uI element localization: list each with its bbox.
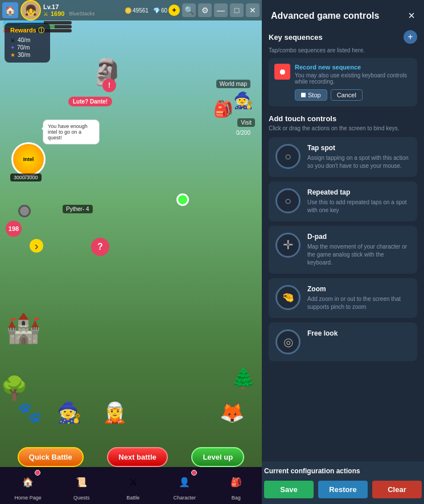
- avatar: 👧: [20, 0, 41, 20]
- free-look-title: Free look: [307, 329, 410, 337]
- free-look-icon-wrap: ◎: [275, 329, 300, 354]
- player-gems: 60: [161, 7, 167, 14]
- progress-counter: 0/200: [236, 130, 250, 136]
- character-icon: 👤: [179, 477, 190, 488]
- battle-icon-wrap: ⚔: [122, 471, 145, 494]
- bag-icon: 🎒: [230, 477, 242, 488]
- nav-item-character[interactable]: 👤 Character: [173, 471, 196, 501]
- tap-spot-icon: ○: [285, 150, 291, 163]
- config-title: Current configuration actions: [264, 467, 422, 475]
- repeated-tap-card[interactable]: ○ Repeated tap Use this to add repeated …: [269, 181, 417, 221]
- nav-item-quests[interactable]: 📜 Quests: [70, 471, 93, 501]
- nav-item-homepage[interactable]: 🏠 Home Page: [14, 471, 42, 501]
- homepage-dot: [35, 470, 40, 476]
- lute-badge: Lute? Dante!: [68, 97, 112, 106]
- record-text-area: Record new sequence You may also use exi…: [295, 64, 411, 101]
- dpad-info: D-pad Map the movement of your character…: [307, 233, 410, 267]
- battle-char-1: 🐾: [17, 401, 42, 424]
- clear-button[interactable]: Clear: [372, 481, 422, 498]
- zoom-card[interactable]: 🤏 Zoom Add zoom in or out to the screen …: [269, 278, 417, 318]
- tap-spot-card[interactable]: ○ Tap spot Assign tapping on a spot with…: [269, 137, 417, 177]
- battle-buttons: Quick Battle Next battle Level up: [0, 447, 262, 467]
- home-icon[interactable]: 🏠: [2, 2, 18, 18]
- player-name: BlueStacks: [69, 11, 94, 16]
- dpad-card[interactable]: ✛ D-pad Map the movement of your charact…: [269, 226, 417, 274]
- record-icon: ⏺: [274, 64, 290, 80]
- quests-icon-wrap: 📜: [70, 471, 93, 494]
- add-gems-button[interactable]: +: [168, 5, 180, 16]
- minimize-icon[interactable]: —: [214, 3, 228, 17]
- dpad-desc: Map the movement of your character or th…: [307, 243, 410, 267]
- stop-button[interactable]: Stop: [295, 89, 327, 101]
- repeated-tap-desc: Use this to add repeated taps on a spot …: [307, 199, 410, 214]
- add-sequence-button[interactable]: +: [404, 30, 417, 44]
- zoom-icon-wrap: 🤏: [275, 285, 300, 310]
- panel-content: Key sequences + Tap/combo sequences are …: [262, 22, 424, 461]
- world-map-label[interactable]: World map: [216, 80, 250, 88]
- coin-icon: 🪙: [125, 7, 131, 14]
- next-battle-button[interactable]: Next battle: [107, 447, 167, 467]
- reward-val-1: 40/m: [18, 37, 30, 43]
- settings-icon[interactable]: ⚙: [198, 3, 212, 17]
- quests-label: Quests: [73, 495, 90, 501]
- reward-row-2: ✦ 70/m: [10, 44, 44, 51]
- zoom-info: Zoom Add zoom in or out to the screen th…: [307, 285, 410, 311]
- visit-label[interactable]: Visit: [237, 118, 255, 127]
- reward-row-3: ★ 30/m: [10, 52, 44, 58]
- bag-char: 🎒: [213, 100, 233, 118]
- quest-bubble: You have enough intel to go on a quest!: [43, 119, 100, 144]
- question-mark[interactable]: ?: [91, 238, 109, 256]
- map-node-1[interactable]: [18, 205, 31, 217]
- maximize-icon[interactable]: □: [230, 3, 244, 17]
- intel-counter: 3000/3000: [10, 173, 42, 181]
- exclamation-badge: !: [102, 79, 116, 92]
- battle-char-4: 🦊: [220, 401, 245, 424]
- free-look-card[interactable]: ◎ Free look: [269, 323, 417, 361]
- reward-val-3: 30/m: [18, 52, 30, 58]
- player-info: Lv.17 ⚔ 1690 BlueStacks: [43, 3, 122, 17]
- quick-battle-button[interactable]: Quick Battle: [18, 447, 84, 467]
- close-panel-button[interactable]: ×: [408, 9, 415, 22]
- battle-char-3: 🧝: [102, 401, 127, 424]
- quest-text: You have enough intel to go on a quest!: [48, 123, 88, 141]
- record-desc: You may also use existing keyboard contr…: [295, 72, 411, 85]
- map-node-2[interactable]: [176, 193, 189, 206]
- record-box: ⏺ Record new sequence You may also use e…: [269, 58, 417, 106]
- player-stats: 🪙 49561 💎 60 +: [125, 5, 180, 16]
- homepage-label: Home Page: [14, 495, 42, 501]
- bag-icon-wrap: 🎒: [225, 471, 248, 494]
- panel-title: Advanced game controls: [271, 11, 379, 21]
- player-gold: 1690: [51, 10, 64, 17]
- dpad-icon-wrap: ✛: [275, 233, 300, 258]
- level-up-button[interactable]: Level up: [191, 447, 244, 467]
- dpad-title: D-pad: [307, 233, 410, 241]
- panel-header: Advanced game controls ×: [262, 0, 424, 22]
- homepage-icon-wrap: 🏠: [17, 471, 39, 494]
- battle-icon: ⚔: [129, 477, 137, 488]
- record-title: Record new sequence: [295, 64, 411, 71]
- key-sequences-title: Key sequences: [269, 33, 323, 42]
- character-label: Character: [173, 495, 196, 501]
- tap-spot-title: Tap spot: [307, 144, 410, 152]
- free-look-info: Free look: [307, 329, 410, 340]
- reward-row-1: ⚔ 40/m: [10, 37, 44, 43]
- tap-spot-desc: Assign tapping on a spot with this actio…: [307, 154, 410, 170]
- repeated-tap-info: Repeated tap Use this to add repeated ta…: [307, 188, 410, 214]
- tap-spot-icon-wrap: ○: [275, 144, 300, 169]
- restore-button[interactable]: Restore: [318, 481, 368, 498]
- rewards-title: Rewards ⓘ: [10, 26, 44, 35]
- quests-icon: 📜: [76, 477, 87, 488]
- repeated-tap-icon: ○: [285, 195, 291, 208]
- save-button[interactable]: Save: [264, 481, 314, 498]
- gem-icon: 💎: [153, 7, 160, 14]
- cancel-button[interactable]: Cancel: [331, 89, 363, 101]
- player-coins: 49561: [133, 7, 149, 14]
- nav-item-bag[interactable]: 🎒 Bag: [225, 471, 248, 501]
- scroll-arrow[interactable]: ›: [30, 239, 43, 253]
- nav-item-battle[interactable]: ⚔ Battle: [122, 471, 145, 501]
- repeated-tap-icon-wrap: ○: [275, 188, 300, 213]
- config-buttons: Save Restore Clear: [264, 481, 422, 498]
- touch-controls-title: Add touch controls: [269, 114, 417, 123]
- search-icon[interactable]: 🔍: [182, 3, 196, 17]
- close-icon[interactable]: ✕: [246, 3, 260, 17]
